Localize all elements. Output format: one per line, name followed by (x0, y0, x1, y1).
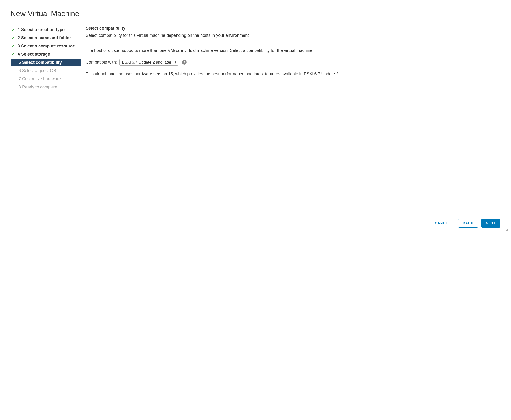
wizard-step-label: 2 Select a name and folder (17, 35, 71, 40)
compatibility-info-text: This virtual machine uses hardware versi… (86, 70, 498, 78)
wizard-step-creation-type[interactable]: ✔ 1 Select a creation type (11, 26, 81, 34)
wizard-steps: ✔ 1 Select a creation type ✔ 2 Select a … (11, 26, 81, 91)
wizard-step-guest-os: 6 Select a guest OS (11, 67, 81, 75)
check-icon: ✔ (12, 36, 17, 40)
wizard-step-label: 8 Ready to complete (12, 85, 57, 90)
dialog-body: ✔ 1 Select a creation type ✔ 2 Select a … (11, 26, 500, 91)
wizard-step-storage[interactable]: ✔ 4 Select storage (11, 51, 81, 58)
cancel-button[interactable]: CANCEL (431, 219, 455, 227)
info-icon[interactable]: i (182, 60, 187, 65)
check-icon: ✔ (12, 27, 17, 32)
resize-grip-icon[interactable] (505, 229, 508, 231)
dialog-title: New Virtual Machine (11, 9, 500, 21)
new-vm-dialog: New Virtual Machine ✔ 1 Select a creatio… (2, 2, 509, 232)
content-subheading: Select compatibility for this virtual ma… (86, 33, 498, 42)
wizard-step-label: 5 Select compatibility (12, 60, 62, 65)
wizard-step-customize-hardware: 7 Customize hardware (11, 75, 81, 83)
wizard-step-ready-complete: 8 Ready to complete (11, 83, 81, 91)
wizard-step-label: 1 Select a creation type (17, 27, 65, 32)
wizard-step-label: 6 Select a guest OS (12, 68, 56, 73)
content-heading: Select compatibility (86, 26, 498, 31)
wizard-content: Select compatibility Select compatibilit… (86, 26, 500, 91)
dialog-footer: CANCEL BACK NEXT (431, 219, 500, 228)
wizard-step-label: 3 Select a compute resource (17, 44, 75, 49)
compatibility-label: Compatible with: (86, 60, 117, 65)
wizard-step-name-folder[interactable]: ✔ 2 Select a name and folder (11, 34, 81, 42)
compatibility-select-wrap: ESXi 6.7 Update 2 and later ▲▼ (119, 59, 178, 66)
check-icon: ✔ (12, 44, 17, 48)
wizard-step-label: 7 Customize hardware (12, 76, 61, 82)
content-description: The host or cluster supports more than o… (86, 47, 498, 54)
back-button[interactable]: BACK (458, 219, 478, 228)
compatibility-select[interactable]: ESXi 6.7 Update 2 and later (119, 59, 178, 66)
next-button[interactable]: NEXT (481, 219, 500, 228)
wizard-step-compatibility[interactable]: 5 Select compatibility (11, 59, 81, 66)
wizard-step-label: 4 Select storage (17, 52, 50, 57)
compatibility-row: Compatible with: ESXi 6.7 Update 2 and l… (86, 59, 498, 66)
check-icon: ✔ (12, 52, 17, 57)
wizard-step-compute-resource[interactable]: ✔ 3 Select a compute resource (11, 42, 81, 50)
